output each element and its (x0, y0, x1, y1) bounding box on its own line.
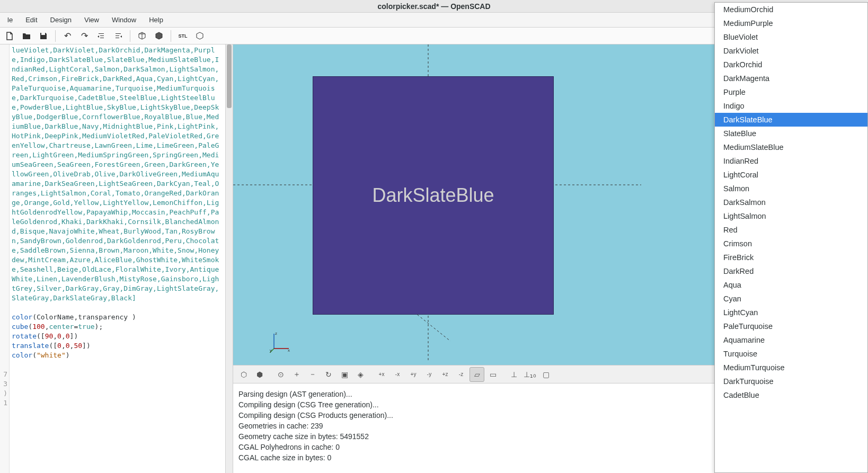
dropdown-item-cyan[interactable]: Cyan (715, 292, 867, 306)
menu-window[interactable]: Window (107, 14, 141, 26)
save-button[interactable] (36, 29, 51, 43)
dropdown-item-lightsalmon[interactable]: LightSalmon (715, 209, 867, 223)
dropdown-item-mediumorchid[interactable]: MediumOrchid (715, 3, 867, 16)
axis-nx-icon[interactable]: -x (390, 367, 405, 382)
axes-gizmo: z x y (270, 332, 291, 353)
show-axes-icon[interactable]: ⊥ (507, 367, 521, 382)
dropdown-item-darksalmon[interactable]: DarkSalmon (715, 195, 867, 209)
indent-button[interactable] (111, 29, 126, 43)
dropdown-item-red[interactable]: Red (715, 223, 867, 237)
editor-panel: 73)1 lueViolet,DarkViolet,DarkOrchid,Dar… (0, 44, 233, 473)
undo-button[interactable]: ↶ (60, 29, 75, 43)
line-gutter: 73)1 (0, 44, 10, 473)
axis-ny-icon[interactable]: -y (422, 367, 437, 382)
axis-py-icon[interactable]: +y (406, 367, 421, 382)
rendered-cube-label: DarkSlateBlue (372, 184, 494, 207)
dropdown-item-turquoise[interactable]: Turquoise (715, 347, 867, 361)
show-edges-icon[interactable]: ▢ (538, 367, 553, 382)
svg-text:y: y (270, 348, 272, 353)
menu-edit[interactable]: Edit (20, 14, 42, 26)
axis-nz-icon[interactable]: -z (454, 367, 468, 382)
render-button[interactable] (152, 29, 166, 43)
redo-button[interactable]: ↷ (77, 29, 92, 43)
perspective-icon[interactable]: ▱ (470, 367, 484, 382)
zoom-all-icon[interactable]: ⊙ (273, 367, 288, 382)
toolbar-separator (55, 30, 56, 42)
dropdown-item-paleturquoise[interactable]: PaleTurquoise (715, 319, 867, 333)
zoom-out-icon[interactable]: － (305, 367, 320, 382)
unindent-button[interactable] (94, 29, 109, 43)
window-title: colorpicker.scad* — OpenSCAD (377, 2, 490, 11)
dropdown-item-slateblue[interactable]: SlateBlue (715, 127, 867, 140)
view-top-icon[interactable]: ◈ (353, 367, 368, 382)
dropdown-item-darkmagenta[interactable]: DarkMagenta (715, 72, 867, 85)
dropdown-item-darkslateblue[interactable]: DarkSlateBlue (715, 113, 867, 127)
new-button[interactable] (2, 29, 17, 43)
scroll-thumb[interactable] (227, 44, 232, 108)
dropdown-item-indianred[interactable]: IndianRed (715, 154, 867, 168)
menu-view[interactable]: View (79, 14, 104, 26)
dropdown-item-purple[interactable]: Purple (715, 85, 867, 99)
dropdown-item-mediumslateblue[interactable]: MediumSlateBlue (715, 140, 867, 154)
svg-text:z: z (275, 332, 277, 336)
editor-scrollbar[interactable] (225, 44, 233, 473)
dropdown-item-mediumpurple[interactable]: MediumPurple (715, 16, 867, 30)
dropdown-item-lightcyan[interactable]: LightCyan (715, 306, 867, 319)
dropdown-item-darkturquoise[interactable]: DarkTurquoise (715, 374, 867, 388)
menu-help[interactable]: Help (144, 14, 169, 26)
svg-text:x: x (288, 348, 290, 353)
dropdown-item-darkviolet[interactable]: DarkViolet (715, 44, 867, 58)
show-scale-icon[interactable]: ⊥₁₀ (522, 367, 537, 382)
axis-px-icon[interactable]: +x (374, 367, 389, 382)
dropdown-item-salmon[interactable]: Salmon (715, 182, 867, 195)
ortho-icon[interactable]: ▭ (485, 367, 500, 382)
code-editor[interactable]: lueViolet,DarkViolet,DarkOrchid,DarkMage… (10, 44, 225, 473)
preview-icon[interactable]: ⬡ (236, 367, 251, 382)
preview-button[interactable] (135, 29, 149, 43)
reset-view-icon[interactable]: ↻ (321, 367, 336, 382)
color-dropdown[interactable]: MediumOrchidMediumPurpleBlueVioletDarkVi… (714, 2, 868, 473)
rendered-cube: DarkSlateBlue (313, 76, 554, 315)
render-icon[interactable]: ⬢ (252, 367, 267, 382)
dropdown-item-aqua[interactable]: Aqua (715, 278, 867, 292)
dropdown-item-aquamarine[interactable]: Aquamarine (715, 333, 867, 347)
open-button[interactable] (19, 29, 34, 43)
dropdown-item-darkorchid[interactable]: DarkOrchid (715, 58, 867, 72)
dropdown-item-darkred[interactable]: DarkRed (715, 264, 867, 278)
axis-pz-icon[interactable]: +z (438, 367, 453, 382)
view-right-icon[interactable]: ▣ (337, 367, 352, 382)
dropdown-item-crimson[interactable]: Crimson (715, 237, 867, 251)
dropdown-item-mediumturquoise[interactable]: MediumTurquoise (715, 361, 867, 374)
dropdown-item-firebrick[interactable]: FireBrick (715, 251, 867, 264)
dropdown-item-blueviolet[interactable]: BlueViolet (715, 30, 867, 44)
zoom-in-icon[interactable]: ＋ (289, 367, 304, 382)
toolbar-separator (130, 30, 130, 42)
send-button[interactable] (192, 29, 207, 43)
toolbar-separator (171, 30, 171, 42)
dropdown-item-cadetblue[interactable]: CadetBlue (715, 388, 867, 402)
dropdown-item-lightcoral[interactable]: LightCoral (715, 168, 867, 182)
menu-design[interactable]: Design (45, 14, 77, 26)
dropdown-item-indigo[interactable]: Indigo (715, 99, 867, 113)
export-stl-button[interactable]: STL (175, 29, 190, 43)
menu-file[interactable]: le (2, 14, 18, 26)
